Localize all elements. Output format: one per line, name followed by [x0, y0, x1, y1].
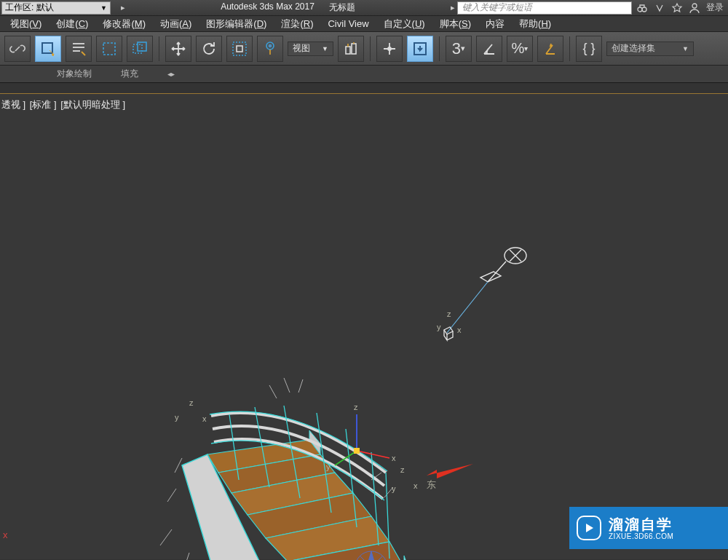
- svg-text:z: z: [354, 403, 358, 411]
- snap-3-label: 3: [452, 39, 461, 58]
- workspace-dropdown[interactable]: 工作区: 默认 ▼: [1, 1, 111, 15]
- scene: z y x: [0, 94, 728, 559]
- menu-civil-view[interactable]: Civil View: [320, 17, 376, 31]
- link-button[interactable]: [4, 36, 31, 62]
- svg-text:y: y: [326, 462, 331, 471]
- svg-point-10: [269, 44, 272, 47]
- search-arrow-icon: ▸: [451, 3, 455, 12]
- window-crossing-button[interactable]: [127, 36, 153, 62]
- move-button[interactable]: [165, 36, 191, 62]
- stair-model[interactable]: z x y z y x z x y: [138, 371, 459, 560]
- menu-customize[interactable]: 自定义(U): [376, 16, 432, 32]
- chevron-down-icon: ▼: [682, 45, 689, 52]
- scale-button[interactable]: [226, 36, 253, 62]
- ribbon-expand-icon[interactable]: ◂▪▸: [167, 70, 173, 78]
- select-object-button[interactable]: [35, 36, 61, 62]
- svg-rect-6: [138, 42, 146, 51]
- percent-snap-button[interactable]: %▾: [507, 36, 533, 62]
- placement-button[interactable]: [257, 36, 283, 62]
- svg-rect-7: [233, 42, 246, 55]
- login-label[interactable]: 登录: [706, 1, 724, 14]
- svg-point-2: [692, 4, 697, 8]
- menu-rendering[interactable]: 渲染(R): [274, 16, 320, 32]
- menu-create[interactable]: 创建(C): [49, 16, 95, 32]
- user-icon[interactable]: [689, 2, 700, 14]
- svg-text:x: x: [202, 414, 207, 423]
- named-selection-sets-button[interactable]: { }: [576, 36, 602, 62]
- select-and-manipulate-button[interactable]: [376, 36, 403, 62]
- viewport[interactable]: 透视 ] [标准 ] [默认明暗处理 ] z y x: [0, 94, 728, 559]
- svg-rect-8: [237, 46, 242, 52]
- chevron-down-icon: ▼: [322, 45, 328, 52]
- title-bar: 工作区: 默认 ▼ ▸ Autodesk 3ds Max 2017 无标题 ▸ …: [0, 0, 728, 16]
- svg-text:y: y: [437, 323, 441, 331]
- camera-gizmo: z y x: [437, 240, 539, 356]
- svg-text:y: y: [175, 413, 179, 422]
- svg-rect-4: [103, 43, 115, 55]
- svg-text:x: x: [392, 454, 396, 462]
- toolbar-separator: [569, 36, 570, 61]
- document-title: 无标题: [329, 1, 355, 14]
- menu-bar: 视图(V) 创建(C) 修改器(M) 动画(A) 图形编辑器(D) 渲染(R) …: [0, 16, 728, 32]
- title-right-icons: 登录: [632, 1, 728, 14]
- watermark-title: 溜溜自学: [609, 516, 673, 532]
- svg-text:x: x: [457, 326, 462, 334]
- svg-point-1: [642, 7, 646, 12]
- svg-point-13: [388, 47, 391, 50]
- search-input[interactable]: 键入关键字或短语: [457, 1, 632, 15]
- select-by-name-button[interactable]: [66, 36, 92, 62]
- binoculars-icon[interactable]: [636, 2, 648, 14]
- svg-rect-12: [352, 44, 356, 54]
- app-title: Autodesk 3ds Max 2017: [221, 1, 314, 14]
- svg-point-0: [638, 7, 642, 12]
- svg-line-16: [447, 282, 488, 333]
- keyboard-shortcut-override-button[interactable]: [407, 36, 433, 62]
- rectangular-selection-button[interactable]: [96, 36, 122, 62]
- search-placeholder: 键入关键字或短语: [462, 1, 532, 14]
- svg-text:y: y: [392, 484, 396, 493]
- svg-text:z: z: [189, 398, 194, 407]
- use-pivot-center-button[interactable]: [338, 36, 364, 62]
- toolbar-separator: [159, 36, 159, 61]
- svg-text:z: z: [447, 309, 451, 318]
- spinner-snap-button[interactable]: [537, 36, 563, 62]
- compass-east-label: 东: [427, 478, 436, 492]
- chevron-down-icon: ▼: [100, 4, 107, 12]
- title-center: Autodesk 3ds Max 2017 无标题: [125, 1, 451, 14]
- watermark-url: ZIXUE.3D66.COM: [609, 532, 673, 540]
- svg-text:z: z: [400, 465, 405, 474]
- menu-modifiers[interactable]: 修改器(M): [95, 16, 153, 32]
- menu-view[interactable]: 视图(V): [3, 16, 49, 32]
- object-paint-label[interactable]: 对象绘制: [57, 68, 92, 80]
- ref-coord-label: 视图: [293, 42, 310, 55]
- toolbar-separator: [370, 36, 371, 61]
- star-icon[interactable]: [671, 2, 683, 14]
- braces-label: { }: [582, 41, 595, 56]
- svg-rect-23: [354, 448, 360, 454]
- angle-snap-button[interactable]: [476, 36, 502, 62]
- svg-text:x: x: [414, 481, 418, 490]
- snap-toggle-button[interactable]: 3▾: [446, 36, 472, 62]
- origin-marker: x: [3, 529, 8, 540]
- toolbar-separator: [439, 36, 440, 61]
- play-icon: [577, 516, 601, 540]
- ribbon-subbar: 对象绘制 填充 ◂▪▸: [0, 66, 728, 83]
- main-toolbar: 视图 ▼ 3▾ %▾ { } 创建选择集 ▼: [0, 32, 728, 66]
- menu-animation[interactable]: 动画(A): [153, 16, 199, 32]
- toggle-icon[interactable]: [654, 2, 665, 14]
- reference-coord-dropdown[interactable]: 视图 ▼: [288, 42, 333, 56]
- workspace-label: 工作区: 默认: [5, 1, 54, 14]
- watermark-badge: 溜溜自学 ZIXUE.3D66.COM: [569, 507, 728, 549]
- menu-maxscript[interactable]: 脚本(S): [432, 16, 478, 32]
- selection-set-dropdown[interactable]: 创建选择集 ▼: [606, 42, 694, 56]
- selection-set-label: 创建选择集: [612, 42, 655, 55]
- rotate-button[interactable]: [196, 36, 222, 62]
- fill-label[interactable]: 填充: [121, 68, 138, 80]
- menu-graph-editors[interactable]: 图形编辑器(D): [199, 16, 274, 32]
- menu-content[interactable]: 内容: [478, 16, 512, 32]
- percent-label: %: [512, 40, 525, 57]
- menu-help[interactable]: 帮助(H): [512, 16, 558, 32]
- svg-rect-11: [346, 47, 350, 54]
